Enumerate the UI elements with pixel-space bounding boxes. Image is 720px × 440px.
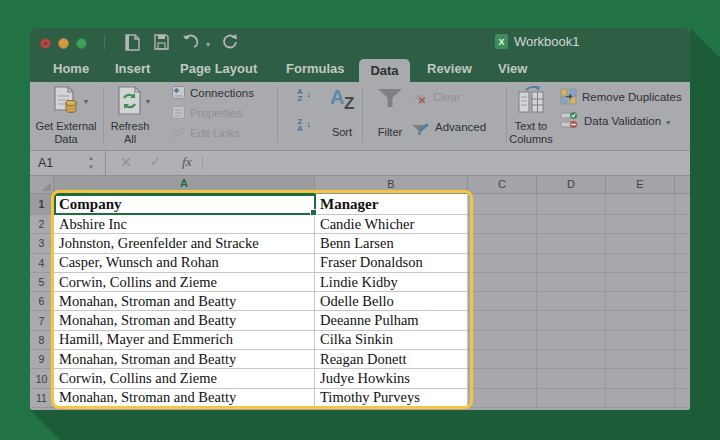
row-number[interactable]: 10 xyxy=(30,369,54,388)
tab-page-layout[interactable]: Page Layout xyxy=(180,61,257,76)
properties-button: Properties xyxy=(172,106,242,119)
column-header-c[interactable]: C xyxy=(468,176,537,194)
advanced-filter-icon xyxy=(410,119,430,135)
cell-b3[interactable]: Benn Larsen xyxy=(315,234,468,253)
minimize-button[interactable] xyxy=(58,38,69,49)
tab-insert[interactable]: Insert xyxy=(115,61,150,76)
connections-button[interactable]: Connections xyxy=(172,86,254,99)
refresh-all-icon[interactable] xyxy=(118,86,142,118)
row-number[interactable]: 9 xyxy=(30,350,54,369)
cancel-icon[interactable]: ✕ xyxy=(120,154,132,170)
cell-a5[interactable]: Corwin, Collins and Zieme xyxy=(54,273,315,292)
insert-function-icon[interactable]: fx xyxy=(182,154,192,170)
select-all-corner[interactable] xyxy=(30,176,54,194)
filter-icon[interactable] xyxy=(380,90,400,99)
table-row: 9 Monahan, Stroman and Beatty Reagan Don… xyxy=(30,350,690,369)
data-validation-button[interactable]: Data Validation xyxy=(560,112,670,129)
cell-a9[interactable]: Monahan, Stroman and Beatty xyxy=(54,350,315,369)
cell-b1[interactable]: Manager xyxy=(315,194,468,215)
advanced-filter-button[interactable]: Advanced xyxy=(410,119,486,135)
row-number[interactable]: 8 xyxy=(30,331,54,350)
formula-input[interactable] xyxy=(208,151,690,175)
row-number[interactable]: 11 xyxy=(30,389,54,408)
cell-a7[interactable]: Monahan, Stroman and Beatty xyxy=(54,311,315,330)
cell-b8[interactable]: Cilka Sinkin xyxy=(315,331,468,350)
cell-b6[interactable]: Odelle Bello xyxy=(315,292,468,311)
filter-label[interactable]: Filter xyxy=(368,126,412,139)
tab-home[interactable]: Home xyxy=(53,61,89,76)
cell-b7[interactable]: Deeanne Pulham xyxy=(315,311,468,330)
row-number[interactable]: 4 xyxy=(30,254,54,273)
get-external-data-label[interactable]: Get External Data xyxy=(34,120,98,145)
cell-b9[interactable]: Reagan Donett xyxy=(315,350,468,369)
clear-filter-icon: ✕ xyxy=(410,89,428,105)
row-number[interactable]: 2 xyxy=(30,215,54,234)
column-header-d[interactable]: D xyxy=(537,176,606,194)
get-external-data-icon[interactable] xyxy=(54,86,80,118)
row-number[interactable]: 7 xyxy=(30,311,54,330)
save-icon[interactable] xyxy=(154,34,169,52)
get-external-data-caret[interactable] xyxy=(84,94,88,106)
close-button[interactable] xyxy=(40,38,51,49)
cell-a6[interactable]: Monahan, Stroman and Beatty xyxy=(54,292,315,311)
row-number[interactable]: 3 xyxy=(30,234,54,253)
cell-a4[interactable]: Casper, Wunsch and Rohan xyxy=(54,254,315,273)
sort-ascending-icon[interactable]: AZ↓ xyxy=(290,88,310,102)
table-row: 8 Hamill, Mayer and Emmerich Cilka Sinki… xyxy=(30,331,690,350)
cell-b2[interactable]: Candie Whicher xyxy=(315,215,468,234)
cell-b4[interactable]: Fraser Donaldson xyxy=(315,254,468,273)
enter-icon[interactable]: ✓ xyxy=(150,154,161,169)
cell-b11[interactable]: Timothy Purveys xyxy=(315,389,468,408)
undo-icon[interactable] xyxy=(182,34,200,52)
sheet-grid: 1 Company Manager 2 Abshire Inc Candie W… xyxy=(30,194,690,410)
row-number[interactable]: 6 xyxy=(30,292,54,311)
remove-duplicates-button[interactable]: Remove Duplicates xyxy=(560,88,682,105)
column-header-a[interactable]: A xyxy=(54,176,315,194)
undo-dropdown-caret[interactable]: ▾ xyxy=(206,40,210,49)
tab-formulas[interactable]: Formulas xyxy=(286,61,345,76)
cell-a11[interactable]: Monahan, Stroman and Beatty xyxy=(54,389,315,408)
tab-review[interactable]: Review xyxy=(427,61,472,76)
sort-descending-icon[interactable]: ZA↓ xyxy=(290,118,310,132)
workbook-name: Workbook1 xyxy=(514,34,580,49)
cell-a1[interactable]: Company xyxy=(54,194,315,215)
desktop-background: ▾ X Workbook1 Home Insert Page Layout Fo… xyxy=(0,0,720,440)
cell-a10[interactable]: Corwin, Collins and Zieme xyxy=(54,369,315,388)
data-validation-caret xyxy=(666,115,670,127)
table-row: 2 Abshire Inc Candie Whicher xyxy=(30,215,690,234)
zoom-button[interactable] xyxy=(76,38,87,49)
ribbon: Get External Data Refresh All Connection… xyxy=(30,82,690,150)
edit-links-icon xyxy=(172,126,185,139)
redo-icon[interactable] xyxy=(222,34,238,52)
cell-a2[interactable]: Abshire Inc xyxy=(54,215,315,234)
excel-file-icon: X xyxy=(495,34,508,49)
table-row: 11 Monahan, Stroman and Beatty Timothy P… xyxy=(30,389,690,408)
text-to-columns-label[interactable]: Text to Columns xyxy=(504,120,558,145)
row-number[interactable]: 5 xyxy=(30,273,54,292)
sort-icon[interactable]: AZ xyxy=(330,86,360,114)
table-row: 6 Monahan, Stroman and Beatty Odelle Bel… xyxy=(30,292,690,311)
tab-view[interactable]: View xyxy=(498,61,527,76)
cell-b5[interactable]: Lindie Kidby xyxy=(315,273,468,292)
connections-icon xyxy=(172,86,185,99)
row-number[interactable]: 1 xyxy=(30,194,54,215)
remove-duplicates-icon xyxy=(560,88,577,105)
column-headers: A B C D E xyxy=(30,176,690,194)
name-box-stepper[interactable]: ▲▼ xyxy=(88,154,94,172)
formula-bar: A1 ▲▼ ✕ ✓ fx xyxy=(30,150,690,176)
table-row: 1 Company Manager xyxy=(30,194,690,215)
table-row: 7 Monahan, Stroman and Beatty Deeanne Pu… xyxy=(30,311,690,330)
refresh-all-label[interactable]: Refresh All xyxy=(104,120,156,145)
column-header-b[interactable]: B xyxy=(315,176,468,194)
properties-icon xyxy=(172,106,185,119)
sort-label[interactable]: Sort xyxy=(322,126,362,139)
cell-a8[interactable]: Hamill, Mayer and Emmerich xyxy=(54,331,315,350)
column-header-e[interactable]: E xyxy=(606,176,675,194)
cell-b10[interactable]: Judye Howkins xyxy=(315,369,468,388)
new-workbook-icon[interactable] xyxy=(125,34,140,52)
refresh-all-caret[interactable] xyxy=(146,94,150,106)
column-header-partial[interactable] xyxy=(675,176,690,194)
cell-a3[interactable]: Johnston, Greenfelder and Stracke xyxy=(54,234,315,253)
text-to-columns-icon[interactable] xyxy=(518,86,544,116)
tab-data[interactable]: Data xyxy=(359,59,410,82)
